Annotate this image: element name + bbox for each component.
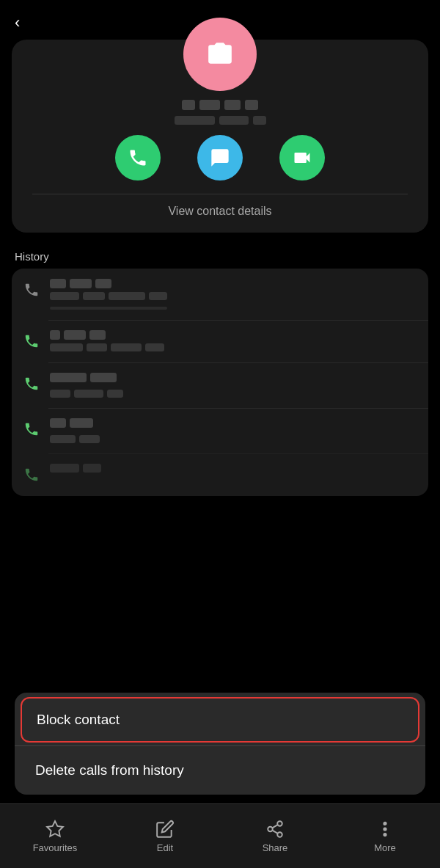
- video-button[interactable]: [279, 135, 325, 180]
- nav-share[interactable]: Share: [220, 820, 330, 853]
- outgoing-call-icon-wrap4: [23, 464, 40, 486]
- svg-point-1: [277, 821, 282, 826]
- context-overlay: Block contact Delete calls from history: [0, 693, 440, 802]
- video-icon: [292, 147, 312, 168]
- call-button[interactable]: [115, 135, 161, 180]
- nav-edit[interactable]: Edit: [110, 820, 220, 853]
- action-buttons: [115, 135, 325, 180]
- svg-point-8: [384, 833, 386, 835]
- back-button[interactable]: ‹: [15, 13, 20, 32]
- call-details: [50, 373, 417, 398]
- history-item[interactable]: [12, 453, 428, 496]
- star-icon: [45, 820, 65, 839]
- share-icon: [265, 820, 285, 839]
- delete-calls-item[interactable]: Delete calls from history: [15, 745, 425, 795]
- camera-icon: [206, 40, 234, 68]
- svg-point-7: [384, 828, 386, 830]
- more-icon: [375, 820, 395, 839]
- avatar-circle: [183, 18, 257, 91]
- outgoing-call-icon: [23, 333, 40, 349]
- nav-more[interactable]: More: [330, 820, 440, 853]
- svg-line-4: [272, 830, 277, 833]
- nav-share-label: Share: [263, 842, 288, 853]
- call-details: [50, 279, 417, 310]
- nav-more-label: More: [374, 842, 396, 853]
- call-details: [50, 464, 417, 473]
- outgoing-call-icon2: [23, 376, 40, 392]
- contact-name-blurred: [175, 100, 266, 125]
- outgoing-call-icon-wrap3: [23, 418, 40, 440]
- message-button[interactable]: [197, 135, 243, 180]
- history-card: [12, 269, 428, 496]
- view-contact-link[interactable]: View contact details: [168, 205, 271, 218]
- svg-point-3: [277, 832, 282, 837]
- phone-icon: [128, 147, 148, 168]
- message-icon: [210, 147, 230, 168]
- context-menu: Block contact Delete calls from history: [15, 693, 425, 795]
- outgoing-call-icon-wrap2: [23, 373, 40, 395]
- call-details: [50, 330, 417, 351]
- call-details: [50, 418, 417, 443]
- history-item[interactable]: [12, 362, 428, 408]
- history-item[interactable]: [12, 320, 428, 362]
- outgoing-call-icon-wrap: [23, 330, 40, 352]
- nav-edit-label: Edit: [157, 842, 173, 853]
- bottom-nav: Favourites Edit Share More: [0, 803, 440, 868]
- history-item[interactable]: [12, 269, 428, 320]
- svg-marker-0: [47, 821, 63, 836]
- history-label: History: [0, 244, 440, 269]
- nav-favourites[interactable]: Favourites: [0, 820, 110, 853]
- contact-card: View contact details: [12, 40, 428, 233]
- outgoing-call-icon3: [23, 421, 40, 437]
- nav-favourites-label: Favourites: [33, 842, 78, 853]
- svg-line-5: [272, 825, 277, 828]
- incoming-call-icon: [23, 282, 40, 298]
- edit-icon: [155, 820, 175, 839]
- outgoing-call-icon4: [23, 467, 40, 483]
- incoming-call-icon-wrap: [23, 279, 40, 301]
- history-item[interactable]: [12, 408, 428, 453]
- svg-point-2: [268, 826, 273, 831]
- avatar: [183, 18, 257, 91]
- block-contact-item[interactable]: Block contact: [21, 697, 419, 743]
- svg-point-6: [384, 822, 386, 824]
- divider: [32, 194, 407, 194]
